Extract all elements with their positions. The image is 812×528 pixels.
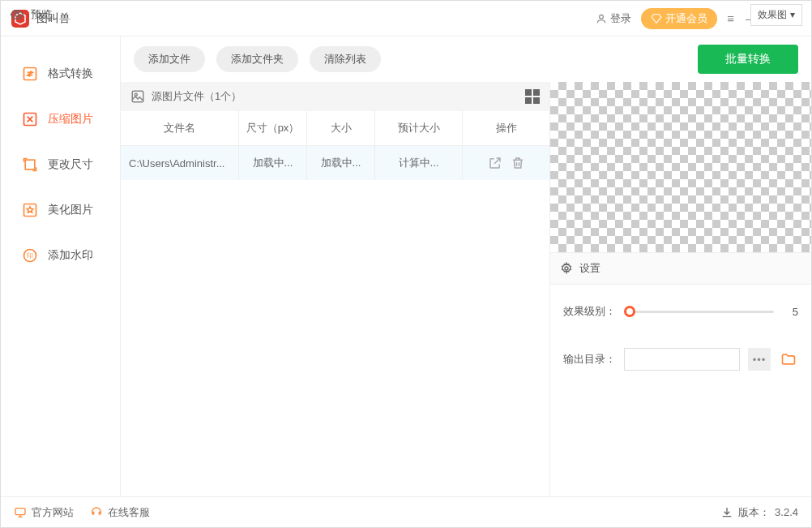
- sidebar-item-compress[interactable]: 压缩图片: [1, 97, 120, 142]
- outdir-input[interactable]: [624, 348, 740, 371]
- sidebar: 格式转换 压缩图片 更改尺寸 美化图片 印 添加水印: [1, 36, 121, 496]
- sidebar-item-label: 压缩图片: [48, 112, 93, 127]
- beautify-icon: [22, 202, 38, 218]
- open-folder-button[interactable]: [779, 350, 798, 369]
- preview-header: 预览 效果图 ▾: [0, 0, 812, 29]
- col-header-ops: 操作: [463, 111, 549, 145]
- download-icon[interactable]: [720, 506, 733, 519]
- delete-icon[interactable]: [511, 156, 525, 170]
- footer: 官方网站 在线客服 版本： 3.2.4: [1, 496, 811, 527]
- slider-thumb[interactable]: [624, 306, 635, 317]
- svg-point-10: [15, 13, 19, 17]
- right-panel: 预览 效果图 ▾ 设置 效果级别：: [550, 82, 811, 496]
- cell-ops: [463, 146, 549, 180]
- svg-rect-12: [15, 508, 25, 514]
- level-value: 5: [782, 306, 798, 318]
- cell-est-size: 计算中...: [375, 146, 463, 180]
- folder-icon: [780, 351, 797, 367]
- setting-level-row: 效果级别： 5: [563, 304, 798, 319]
- svg-point-9: [135, 93, 137, 96]
- convert-icon: [22, 66, 38, 82]
- content-row: 源图片文件（1个） 文件名 尺寸（px） 大小 预计大小 操作 C:\Users…: [121, 82, 811, 496]
- sidebar-item-beautify[interactable]: 美化图片: [1, 187, 120, 233]
- support-link[interactable]: 在线客服: [90, 505, 150, 520]
- image-icon: [130, 89, 145, 104]
- version-number: 3.2.4: [775, 506, 798, 518]
- col-header-size: 大小: [307, 111, 375, 145]
- preview-select-value: 效果图: [758, 8, 787, 22]
- official-site-link[interactable]: 官方网站: [14, 505, 74, 520]
- chevron-down-icon: ▾: [790, 9, 795, 20]
- level-label: 效果级别：: [563, 304, 616, 319]
- browse-button[interactable]: •••: [748, 348, 771, 371]
- sidebar-item-watermark[interactable]: 印 添加水印: [1, 233, 120, 278]
- file-panel-header: 源图片文件（1个）: [121, 82, 549, 111]
- file-panel: 源图片文件（1个） 文件名 尺寸（px） 大小 预计大小 操作 C:\Users…: [121, 82, 550, 496]
- batch-convert-button[interactable]: 批量转换: [698, 45, 798, 74]
- toolbar: 添加文件 添加文件夹 清除列表 批量转换: [121, 36, 811, 82]
- sidebar-item-format-convert[interactable]: 格式转换: [1, 51, 120, 97]
- svg-rect-8: [132, 91, 143, 102]
- compress-icon: [22, 111, 38, 127]
- sidebar-item-label: 添加水印: [48, 248, 93, 263]
- center-column: 添加文件 添加文件夹 清除列表 批量转换 源图片文件（1个） 文件名 尺寸（px…: [121, 36, 811, 496]
- level-slider[interactable]: [624, 306, 774, 317]
- svg-rect-4: [25, 160, 35, 170]
- site-label: 官方网站: [32, 505, 74, 520]
- svg-point-11: [565, 267, 568, 270]
- version-info: 版本： 3.2.4: [720, 505, 798, 520]
- version-label: 版本：: [738, 505, 770, 520]
- cell-name: C:\Users\Administr...: [121, 146, 239, 180]
- settings-header: 设置: [550, 252, 811, 285]
- cell-size: 加载中...: [307, 146, 375, 180]
- gear-icon: [560, 262, 573, 275]
- col-header-size-px: 尺寸（px）: [239, 111, 307, 145]
- grid-view-toggle[interactable]: [525, 89, 540, 104]
- support-label: 在线客服: [108, 505, 150, 520]
- add-file-button[interactable]: 添加文件: [134, 46, 205, 72]
- resize-icon: [22, 157, 38, 173]
- preview-box: [550, 82, 811, 252]
- col-header-name: 文件名: [121, 111, 239, 145]
- eye-icon: [10, 7, 24, 22]
- settings-body: 效果级别： 5 输出目录： •••: [550, 285, 811, 390]
- svg-text:印: 印: [27, 252, 33, 260]
- sidebar-item-label: 美化图片: [48, 203, 93, 217]
- sidebar-item-label: 格式转换: [48, 67, 93, 81]
- headset-icon: [90, 506, 103, 519]
- file-panel-title: 源图片文件（1个）: [152, 89, 241, 104]
- table-header: 文件名 尺寸（px） 大小 预计大小 操作: [121, 111, 549, 146]
- outdir-label: 输出目录：: [563, 352, 616, 367]
- clear-list-button[interactable]: 清除列表: [310, 46, 381, 72]
- add-folder-button[interactable]: 添加文件夹: [216, 46, 298, 72]
- sidebar-item-label: 更改尺寸: [48, 157, 93, 172]
- setting-outdir-row: 输出目录： •••: [563, 348, 798, 371]
- sidebar-item-resize[interactable]: 更改尺寸: [1, 142, 120, 187]
- preview-mode-select[interactable]: 效果图 ▾: [750, 4, 802, 26]
- watermark-icon: 印: [22, 247, 38, 264]
- monitor-icon: [14, 506, 27, 519]
- main-area: 格式转换 压缩图片 更改尺寸 美化图片 印 添加水印 添加文件 添加文件夹 清除…: [1, 36, 811, 496]
- cell-size-px: 加载中...: [239, 146, 307, 180]
- col-header-est-size: 预计大小: [375, 111, 463, 145]
- open-external-icon[interactable]: [488, 156, 502, 170]
- table-row[interactable]: C:\Users\Administr... 加载中... 加载中... 计算中.…: [121, 146, 549, 180]
- settings-label: 设置: [579, 261, 600, 276]
- preview-label: 预览: [31, 7, 52, 22]
